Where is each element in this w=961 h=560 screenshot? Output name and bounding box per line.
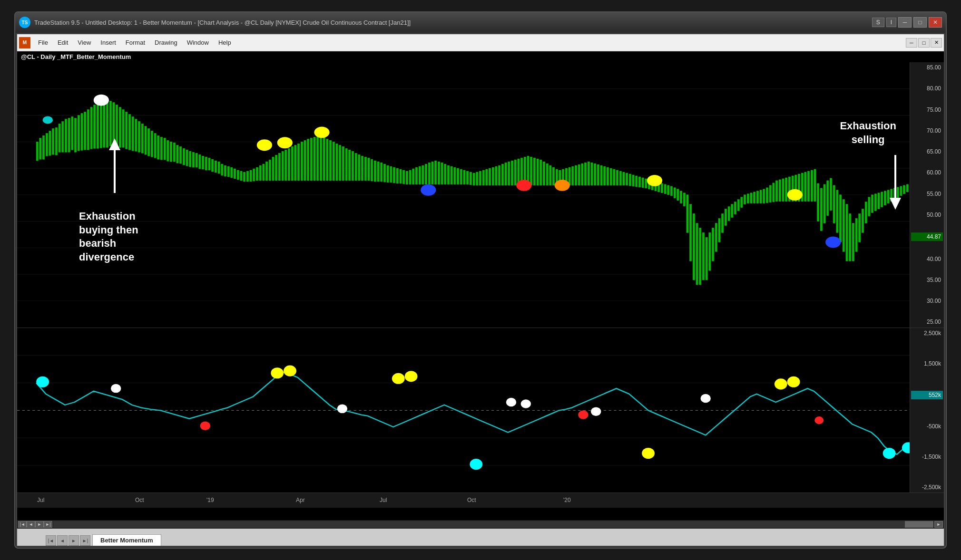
svg-rect-112	[362, 156, 363, 181]
sub-price-current: 552k	[911, 391, 943, 399]
minimize-button[interactable]: ─	[898, 17, 912, 28]
i-button[interactable]: I	[886, 18, 896, 27]
tab-first[interactable]: |◄	[46, 535, 56, 546]
inner-minimize[interactable]: ─	[906, 38, 917, 48]
menu-file[interactable]: File	[33, 37, 53, 48]
svg-rect-100	[323, 137, 325, 181]
price-label-30: 30.00	[911, 298, 943, 304]
s-button[interactable]: S	[872, 18, 884, 27]
menu-format[interactable]: Format	[121, 37, 150, 48]
down-arrow	[886, 150, 905, 214]
svg-rect-146	[470, 172, 471, 185]
svg-rect-15	[52, 128, 54, 154]
svg-rect-260	[833, 185, 835, 223]
svg-point-320	[775, 378, 787, 389]
menu-edit[interactable]: Edit	[53, 37, 73, 48]
svg-rect-195	[626, 173, 628, 185]
svg-point-285	[257, 139, 272, 151]
svg-rect-52	[170, 142, 172, 162]
sub-momentum-chart[interactable]: _MTF_Better_Momentum_2	[17, 328, 944, 493]
svg-rect-24	[81, 114, 83, 151]
tab-next[interactable]: ►	[69, 535, 79, 546]
svg-rect-241	[773, 183, 775, 202]
svg-rect-264	[846, 204, 848, 261]
inner-maximize[interactable]: □	[918, 38, 930, 48]
svg-rect-136	[438, 162, 440, 184]
svg-rect-59	[193, 152, 195, 167]
svg-rect-222	[712, 228, 714, 261]
scroll-left-first[interactable]: |◄	[18, 521, 27, 528]
svg-point-318	[642, 447, 655, 458]
svg-rect-244	[782, 179, 784, 202]
window-title: TradeStation 9.5 - Untitled Desktop: 1 -…	[34, 19, 872, 26]
svg-rect-23	[78, 116, 79, 151]
svg-rect-127	[409, 170, 411, 184]
svg-rect-225	[722, 214, 724, 233]
svg-rect-86	[278, 153, 280, 181]
svg-rect-126	[406, 171, 408, 184]
svg-rect-149	[480, 171, 481, 185]
tab-bar: |◄ ◄ ► ►| Better Momentum	[17, 529, 944, 546]
svg-rect-45	[148, 128, 150, 156]
scroll-thumb[interactable]	[905, 521, 933, 528]
svg-rect-238	[763, 189, 765, 203]
svg-rect-123	[396, 168, 398, 183]
svg-rect-49	[161, 137, 163, 160]
svg-rect-119	[384, 164, 386, 182]
svg-rect-111	[358, 154, 360, 181]
svg-rect-183	[588, 162, 589, 185]
menu-view[interactable]: View	[73, 37, 96, 48]
svg-rect-140	[451, 166, 452, 184]
svg-rect-18	[62, 121, 64, 152]
inner-close[interactable]: ✕	[931, 38, 942, 48]
svg-rect-220	[706, 237, 707, 280]
scroll-end[interactable]: ►	[934, 521, 943, 528]
svg-rect-47	[154, 133, 156, 158]
svg-rect-190	[610, 168, 612, 185]
svg-rect-10	[36, 142, 38, 161]
svg-rect-169	[543, 162, 545, 185]
tab-better-momentum[interactable]: Better Momentum	[92, 534, 161, 546]
svg-rect-227	[728, 207, 730, 221]
scroll-track[interactable]	[53, 521, 933, 528]
svg-rect-108	[349, 150, 351, 181]
svg-rect-179	[575, 165, 577, 185]
price-label-35: 35.00	[911, 277, 943, 283]
tab-last[interactable]: ►|	[80, 535, 90, 546]
scroll-left[interactable]: ◄	[27, 521, 35, 528]
scroll-right[interactable]: ►	[35, 521, 44, 528]
scroll-right-last[interactable]: ►|	[44, 521, 52, 528]
svg-rect-25	[84, 112, 86, 150]
svg-rect-267	[855, 219, 857, 252]
svg-rect-184	[591, 163, 593, 185]
menu-insert[interactable]: Insert	[96, 37, 121, 48]
svg-rect-116	[374, 161, 376, 182]
svg-rect-150	[482, 170, 484, 185]
svg-rect-65	[212, 159, 214, 172]
svg-rect-61	[199, 154, 201, 169]
svg-rect-98	[317, 136, 319, 181]
maximize-button[interactable]: □	[913, 17, 927, 28]
close-button[interactable]: ✕	[929, 17, 942, 28]
svg-rect-229	[735, 202, 736, 214]
svg-rect-237	[760, 190, 762, 203]
svg-rect-166	[533, 158, 535, 185]
svg-rect-186	[597, 164, 599, 185]
svg-point-315	[470, 459, 482, 470]
svg-point-311	[392, 373, 405, 384]
svg-rect-13	[46, 133, 48, 156]
svg-point-314	[521, 399, 531, 408]
svg-rect-209	[671, 186, 673, 196]
svg-rect-224	[718, 219, 720, 242]
tab-prev[interactable]: ◄	[57, 535, 68, 546]
svg-rect-113	[364, 157, 366, 181]
menu-window[interactable]: Window	[182, 37, 214, 48]
svg-rect-117	[377, 162, 379, 182]
main-price-chart[interactable]: 85.00 80.00 75.00 70.00 65.00 60.00 55.0…	[17, 62, 944, 328]
svg-rect-275	[881, 192, 883, 207]
svg-rect-72	[234, 169, 236, 179]
menu-drawing[interactable]: Drawing	[150, 37, 182, 48]
price-label-80: 80.00	[911, 85, 943, 92]
menu-help[interactable]: Help	[214, 37, 236, 48]
svg-rect-77	[250, 170, 252, 182]
